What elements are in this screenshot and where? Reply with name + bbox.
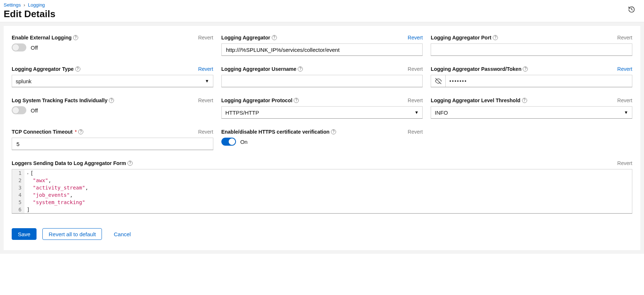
- revert-logging-aggregator[interactable]: Revert: [408, 35, 423, 41]
- label-log-system-tracking: Log System Tracking Facts Individually ?: [12, 97, 114, 103]
- label-logging-aggregator-type: Logging Aggregator Type ?: [12, 66, 80, 72]
- help-icon[interactable]: ?: [127, 161, 133, 166]
- toggle-state-system-tracking: Off: [31, 107, 38, 114]
- history-icon[interactable]: [628, 6, 635, 14]
- chevron-right-icon: ›: [24, 2, 25, 8]
- help-icon[interactable]: ?: [109, 98, 114, 103]
- code-content[interactable]: "activity_stream",: [24, 184, 91, 191]
- revert-logging-aggregator-username[interactable]: Revert: [408, 66, 423, 72]
- label-logging-aggregator-port: Logging Aggregator Port ?: [431, 35, 498, 41]
- revert-loggers-sending-data[interactable]: Revert: [617, 160, 632, 166]
- help-icon[interactable]: ?: [298, 66, 303, 72]
- help-icon[interactable]: ?: [493, 35, 498, 40]
- label-logging-aggregator-protocol: Logging Aggregator Protocol ?: [221, 97, 299, 103]
- label-loggers-sending-data: Loggers Sending Data to Log Aggregator F…: [12, 160, 133, 166]
- field-logging-aggregator-password: Logging Aggregator Password/Token ? Reve…: [431, 66, 632, 87]
- input-logging-aggregator[interactable]: [221, 43, 423, 56]
- revert-logging-aggregator-type[interactable]: Revert: [198, 66, 213, 72]
- toggle-state-https-cert: On: [240, 139, 248, 145]
- toggle-https-cert-verification[interactable]: [221, 138, 236, 146]
- revert-logging-aggregator-level[interactable]: Revert: [617, 97, 632, 103]
- field-enable-external-logging: Enable External Logging ? Revert Off: [12, 35, 213, 51]
- revert-logging-aggregator-protocol[interactable]: Revert: [408, 97, 423, 103]
- revert-logging-aggregator-password[interactable]: Revert: [617, 66, 632, 72]
- code-content[interactable]: ▾[: [24, 169, 35, 177]
- code-editor-loggers[interactable]: 1▾[2 "awx",3 "activity_stream",4 "job_ev…: [12, 169, 632, 214]
- revert-logging-aggregator-port[interactable]: Revert: [617, 35, 632, 41]
- code-gutter: 2: [12, 177, 24, 184]
- field-tcp-connection-timeout: TCP Connection Timeout * ? Revert: [12, 129, 213, 150]
- field-https-cert-verification: Enable/disable HTTPS certificate verific…: [221, 129, 423, 146]
- label-tcp-connection-timeout: TCP Connection Timeout * ?: [12, 129, 83, 135]
- help-icon[interactable]: ?: [73, 35, 78, 40]
- revert-enable-external-logging[interactable]: Revert: [198, 35, 213, 41]
- input-tcp-connection-timeout[interactable]: [12, 138, 213, 150]
- select-logging-aggregator-protocol[interactable]: HTTPS/HTTP ▼: [221, 106, 423, 119]
- help-icon[interactable]: ?: [522, 98, 527, 103]
- code-line: 6]: [12, 206, 632, 213]
- code-gutter: 4: [12, 191, 24, 199]
- field-logging-aggregator-username: Logging Aggregator Username ? Revert: [221, 66, 423, 87]
- toggle-log-system-tracking[interactable]: [12, 106, 26, 114]
- code-content[interactable]: ]: [24, 206, 32, 213]
- label-logging-aggregator-username: Logging Aggregator Username ?: [221, 66, 303, 72]
- code-line: 1▾[: [12, 169, 632, 177]
- code-line: 5 "system_tracking": [12, 199, 632, 206]
- help-icon[interactable]: ?: [75, 66, 80, 72]
- revert-tcp-connection-timeout[interactable]: Revert: [198, 129, 213, 135]
- field-logging-aggregator-level: Logging Aggregator Level Threshold ? Rev…: [431, 97, 632, 119]
- select-logging-aggregator-level[interactable]: INFO ▼: [431, 106, 632, 119]
- revert-log-system-tracking[interactable]: Revert: [198, 97, 213, 103]
- input-logging-aggregator-username[interactable]: [221, 75, 423, 87]
- save-button[interactable]: Save: [12, 228, 37, 240]
- help-icon[interactable]: ?: [272, 35, 277, 40]
- breadcrumb: Settings › Logging: [4, 2, 56, 8]
- field-loggers-sending-data: Loggers Sending Data to Log Aggregator F…: [12, 160, 632, 214]
- toggle-enable-external-logging[interactable]: [12, 43, 26, 51]
- help-icon[interactable]: ?: [78, 129, 83, 134]
- revert-https-cert-verification[interactable]: Revert: [408, 129, 423, 135]
- cancel-button[interactable]: Cancel: [108, 228, 137, 240]
- code-content[interactable]: "system_tracking": [24, 199, 87, 206]
- input-logging-aggregator-port[interactable]: [431, 43, 632, 56]
- label-logging-aggregator: Logging Aggregator ?: [221, 35, 277, 41]
- chevron-down-icon: ▼: [205, 78, 209, 84]
- code-gutter: 3: [12, 184, 24, 191]
- code-content[interactable]: "awx",: [24, 177, 53, 184]
- code-content[interactable]: "job_events",: [24, 191, 75, 199]
- label-https-cert-verification: Enable/disable HTTPS certificate verific…: [221, 129, 336, 135]
- code-line: 3 "activity_stream",: [12, 184, 632, 191]
- code-line: 4 "job_events",: [12, 191, 632, 199]
- field-log-system-tracking: Log System Tracking Facts Individually ?…: [12, 97, 213, 114]
- eye-off-icon[interactable]: [431, 75, 446, 87]
- help-icon[interactable]: ?: [331, 129, 336, 134]
- code-gutter: 5: [12, 199, 24, 206]
- password-value[interactable]: •••••••: [446, 75, 632, 87]
- fold-icon[interactable]: ▾: [27, 172, 29, 176]
- select-logging-aggregator-type[interactable]: splunk ▼: [12, 75, 213, 87]
- chevron-down-icon: ▼: [624, 110, 628, 115]
- field-logging-aggregator-port: Logging Aggregator Port ? Revert: [431, 35, 632, 56]
- breadcrumb-logging[interactable]: Logging: [28, 2, 45, 8]
- page-title: Edit Details: [4, 8, 56, 20]
- code-gutter: 6: [12, 206, 24, 213]
- chevron-down-icon: ▼: [414, 110, 419, 115]
- field-logging-aggregator-type: Logging Aggregator Type ? Revert splunk …: [12, 66, 213, 87]
- revert-all-button[interactable]: Revert all to default: [42, 228, 102, 240]
- label-logging-aggregator-level: Logging Aggregator Level Threshold ?: [431, 97, 527, 103]
- breadcrumb-settings[interactable]: Settings: [4, 2, 21, 8]
- field-logging-aggregator: Logging Aggregator ? Revert: [221, 35, 423, 56]
- label-enable-external-logging: Enable External Logging ?: [12, 35, 78, 41]
- field-logging-aggregator-protocol: Logging Aggregator Protocol ? Revert HTT…: [221, 97, 423, 119]
- help-icon[interactable]: ?: [523, 66, 528, 72]
- help-icon[interactable]: ?: [294, 98, 299, 103]
- label-logging-aggregator-password: Logging Aggregator Password/Token ?: [431, 66, 528, 72]
- code-line: 2 "awx",: [12, 177, 632, 184]
- toggle-state-external-logging: Off: [31, 45, 38, 51]
- code-gutter: 1: [12, 169, 24, 177]
